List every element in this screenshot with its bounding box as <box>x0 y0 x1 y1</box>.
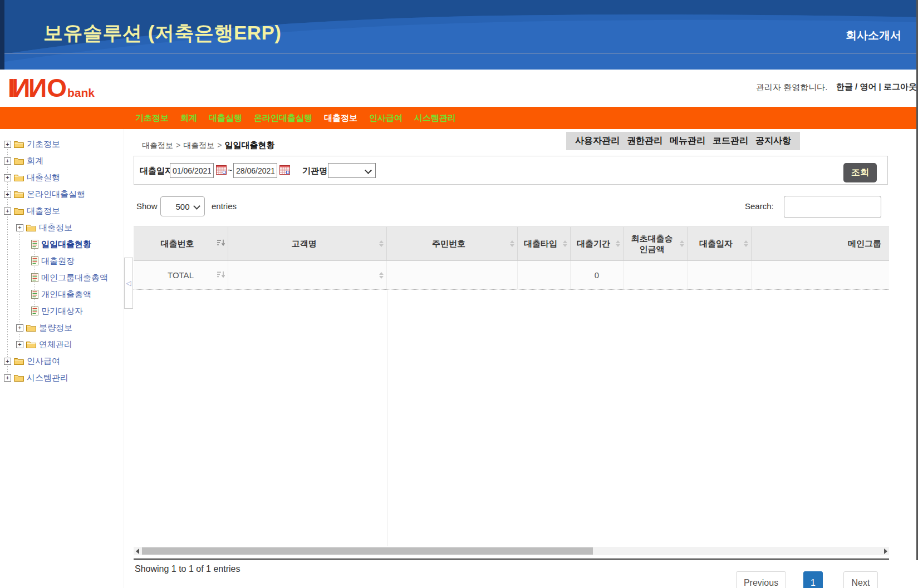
date-to-input[interactable] <box>233 163 277 178</box>
folder-icon <box>14 190 24 198</box>
sidebar-item-overdue-management[interactable]: 연체관리 <box>0 336 124 353</box>
sidebar-divider <box>124 129 124 588</box>
sidebar-item-hr-payroll[interactable]: 인사급여 <box>0 353 124 369</box>
tab-user-management[interactable]: 사용자관리 <box>575 135 620 147</box>
logo-bar: INNObank 관리자 환영합니다. 한글 / 영어 | 로그아웃 <box>0 70 918 107</box>
tab-permission-management[interactable]: 권한관리 <box>627 135 662 147</box>
expand-plus-icon[interactable] <box>16 324 23 332</box>
chevron-down-icon <box>365 167 372 174</box>
logo-wordmark: INNO <box>8 73 65 102</box>
date-from-input[interactable] <box>170 163 214 178</box>
sidebar-item-online-loan-execution[interactable]: 온라인대출실행 <box>0 186 124 202</box>
scroll-right-arrow-icon[interactable] <box>882 547 889 555</box>
column-header-loan-number[interactable]: 대출번호 <box>134 227 228 260</box>
sidebar-item-basic-info[interactable]: 기초정보 <box>0 136 124 152</box>
tab-code-management[interactable]: 코드관리 <box>713 135 748 147</box>
menu-item-loan-info[interactable]: 대출정보 <box>324 113 357 123</box>
sidebar-item-main-group-loan-total[interactable]: 메인그룹대출총액 <box>0 269 124 286</box>
language-logout-links[interactable]: 한글 / 영어 | 로그아웃 <box>836 82 917 92</box>
column-header-loan-date[interactable]: 대출일자 <box>688 227 752 260</box>
sidebar-item-loan-info[interactable]: 대출정보 <box>0 202 124 219</box>
column-header-customer-name[interactable]: 고객명 <box>228 227 387 260</box>
folder-icon <box>26 324 36 332</box>
expand-plus-icon[interactable] <box>16 341 23 348</box>
tab-notices[interactable]: 공지사항 <box>755 135 791 147</box>
sidebar-item-bad-loan-info[interactable]: 불량정보 <box>0 319 124 336</box>
expand-plus-icon[interactable] <box>4 374 11 382</box>
document-icon <box>31 290 38 299</box>
menu-item-accounting[interactable]: 회계 <box>180 113 197 123</box>
total-loan-type-cell <box>518 261 571 289</box>
company-intro-link[interactable]: 회사소개서 <box>846 28 901 43</box>
sort-desc-icon[interactable] <box>217 238 225 249</box>
folder-icon <box>26 224 36 231</box>
sidebar-item-daily-loan-status[interactable]: 일일대출현황 <box>0 236 124 253</box>
sort-both-icon[interactable] <box>379 240 384 247</box>
sidebar-item-personal-loan-total[interactable]: 개인대출총액 <box>0 286 124 303</box>
breadcrumb: 대출정보>대출정보>일일대출현황 <box>142 140 274 151</box>
menu-item-system-admin[interactable]: 시스템관리 <box>414 113 456 123</box>
show-label: Show <box>136 201 158 211</box>
total-loan-date-cell <box>688 261 752 289</box>
sidebar-item-accounting[interactable]: 회계 <box>0 152 124 169</box>
menu-item-hr-payroll[interactable]: 인사급여 <box>369 113 402 123</box>
folder-icon <box>14 157 24 165</box>
query-button[interactable]: 조회 <box>843 163 877 182</box>
previous-page-button[interactable]: Previous <box>736 571 786 588</box>
chevron-down-icon <box>193 202 200 210</box>
erp-application-window: 보유솔루션 (저축은행ERP) 회사소개서 INNObank 관리자 환영합니다… <box>0 0 918 588</box>
folder-icon <box>14 357 24 365</box>
menu-item-online-loan-execution[interactable]: 온라인대출실행 <box>254 113 312 123</box>
column-header-loan-type[interactable]: 대출타입 <box>518 227 571 260</box>
page-size-select[interactable]: 500 <box>160 196 205 216</box>
expand-plus-icon[interactable] <box>4 358 11 365</box>
column-header-initial-approved-amount[interactable]: 최초대출승인금액 <box>624 227 688 260</box>
org-select[interactable] <box>328 163 376 178</box>
sidebar-item-loan-execution[interactable]: 대출실행 <box>0 169 124 186</box>
scrollbar-thumb[interactable] <box>142 547 593 555</box>
inno-bank-logo: INNObank <box>8 73 95 103</box>
sort-both-icon[interactable] <box>510 240 514 247</box>
sort-both-icon[interactable] <box>563 240 567 247</box>
expand-plus-icon[interactable] <box>16 224 23 231</box>
tab-menu-management[interactable]: 메뉴관리 <box>670 135 705 147</box>
sidebar-collapse-handle[interactable]: ◁ <box>124 258 133 309</box>
menu-item-loan-execution[interactable]: 대출실행 <box>209 113 242 123</box>
expand-plus-icon[interactable] <box>4 191 11 198</box>
expand-plus-icon[interactable] <box>4 207 11 215</box>
main-content: 대출정보>대출정보>일일대출현황 사용자관리 권한관리 메뉴관리 코드관리 공지… <box>134 129 918 588</box>
total-amount-cell <box>624 261 688 289</box>
sort-both-icon[interactable] <box>680 240 684 247</box>
expand-plus-icon[interactable] <box>4 157 11 165</box>
sidebar-item-system-admin[interactable]: 시스템관리 <box>0 369 124 386</box>
sort-desc-icon <box>217 270 225 280</box>
org-name-label: 기관명 <box>302 166 327 176</box>
table-search-input[interactable] <box>784 196 881 218</box>
calendar-icon[interactable] <box>216 165 227 177</box>
document-icon <box>31 273 38 282</box>
sidebar-item-loan-ledger[interactable]: 대출원장 <box>0 253 124 269</box>
top-banner: 보유솔루션 (저축은행ERP) 회사소개서 <box>0 0 918 70</box>
sidebar-item-loan-info-sub[interactable]: 대출정보 <box>0 219 124 236</box>
sort-both-icon[interactable] <box>616 240 620 247</box>
horizontal-scrollbar[interactable] <box>134 547 889 555</box>
scroll-left-arrow-icon[interactable] <box>134 547 141 555</box>
folder-icon <box>14 174 24 181</box>
table-total-row: TOTAL 0 <box>134 261 889 290</box>
expand-plus-icon[interactable] <box>4 141 11 148</box>
menu-item-basic-info[interactable]: 기초정보 <box>135 113 169 123</box>
sort-both-icon[interactable] <box>744 240 748 247</box>
next-page-button[interactable]: Next <box>843 571 878 588</box>
folder-icon <box>26 340 36 348</box>
column-header-loan-period[interactable]: 대출기간 <box>571 227 624 260</box>
calendar-icon[interactable] <box>279 165 290 177</box>
folder-icon <box>14 207 24 215</box>
date-range-separator: ~ <box>228 166 232 175</box>
sort-both-icon <box>379 272 384 279</box>
entries-summary: Showing 1 to 1 of 1 entries <box>135 564 240 574</box>
page-number-button[interactable]: 1 <box>803 571 823 588</box>
sidebar-item-maturity-targets[interactable]: 만기대상자 <box>0 303 124 319</box>
expand-plus-icon[interactable] <box>4 174 11 181</box>
column-header-resident-number[interactable]: 주민번호 <box>387 227 518 260</box>
column-header-main-group[interactable]: 메인그룹 <box>752 227 889 260</box>
